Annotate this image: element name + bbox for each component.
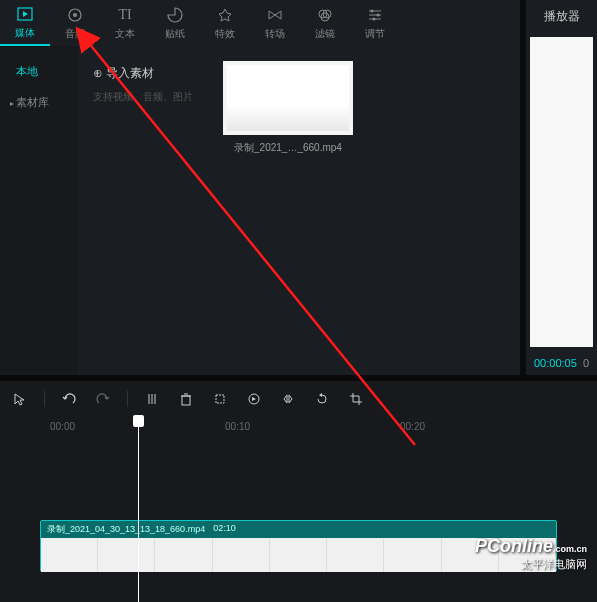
svg-point-11 bbox=[373, 18, 376, 21]
undo-button[interactable] bbox=[59, 389, 79, 409]
svg-point-9 bbox=[377, 14, 380, 17]
playhead[interactable] bbox=[138, 417, 139, 602]
player-panel: 播放器 00:00:05 0 bbox=[526, 0, 597, 375]
media-filename: 录制_2021_…_660.mp4 bbox=[223, 141, 353, 155]
sidebar-item-library[interactable]: ▸素材库 bbox=[0, 87, 78, 118]
tab-text[interactable]: TI 文本 bbox=[100, 0, 150, 46]
svg-point-2 bbox=[73, 13, 77, 17]
timeline-ruler[interactable]: 00:00 00:10 00:20 bbox=[0, 417, 597, 441]
tab-effect[interactable]: 特效 bbox=[200, 0, 250, 46]
crop-tool[interactable] bbox=[210, 389, 230, 409]
tab-audio[interactable]: 音频 bbox=[50, 0, 100, 46]
clip-filename: 录制_2021_04_30_13_13_18_660.mp4 bbox=[47, 523, 205, 536]
svg-point-7 bbox=[371, 10, 374, 13]
mirror-button[interactable] bbox=[278, 389, 298, 409]
rotate-button[interactable] bbox=[312, 389, 332, 409]
tab-adjust[interactable]: 调节 bbox=[350, 0, 400, 46]
split-button[interactable] bbox=[142, 389, 162, 409]
player-current-time: 00:00:05 bbox=[534, 357, 577, 369]
filter-icon bbox=[317, 5, 333, 25]
tab-transition[interactable]: 转场 bbox=[250, 0, 300, 46]
audio-icon bbox=[67, 5, 83, 25]
select-tool[interactable] bbox=[10, 389, 30, 409]
tab-media[interactable]: 媒体 bbox=[0, 0, 50, 46]
player-timecode: 00:00:05 0 bbox=[526, 351, 597, 375]
ruler-tick: 00:10 bbox=[225, 421, 250, 432]
text-icon: TI bbox=[118, 5, 131, 25]
tab-filter[interactable]: 滤镜 bbox=[300, 0, 350, 46]
media-area: ⊕ 导入素材 支持视频、音频、图片 录制_2021_…_660.mp4 bbox=[78, 46, 520, 375]
redo-button[interactable] bbox=[93, 389, 113, 409]
sticker-icon bbox=[167, 5, 183, 25]
play-box-icon bbox=[17, 4, 33, 24]
import-box[interactable]: ⊕ 导入素材 支持视频、音频、图片 bbox=[93, 61, 203, 104]
speed-button[interactable] bbox=[244, 389, 264, 409]
adjust-icon bbox=[367, 5, 383, 25]
delete-button[interactable] bbox=[176, 389, 196, 409]
transition-icon bbox=[267, 5, 283, 25]
player-total-time: 0 bbox=[583, 357, 589, 369]
clip-duration: 02:10 bbox=[213, 523, 236, 536]
media-item[interactable]: 录制_2021_…_660.mp4 bbox=[223, 61, 353, 155]
timeline-toolbar bbox=[0, 381, 597, 417]
tab-sticker[interactable]: 贴纸 bbox=[150, 0, 200, 46]
player-title: 播放器 bbox=[526, 0, 597, 33]
svg-rect-18 bbox=[216, 395, 224, 403]
import-button[interactable]: ⊕ 导入素材 bbox=[93, 61, 203, 86]
effect-icon bbox=[217, 5, 233, 25]
player-viewport[interactable] bbox=[530, 37, 593, 347]
top-tabbar: 媒体 音频 TI 文本 贴纸 特效 bbox=[0, 0, 520, 46]
ruler-tick: 00:20 bbox=[400, 421, 425, 432]
svg-rect-15 bbox=[182, 396, 190, 405]
sidebar-item-local[interactable]: 本地 bbox=[0, 56, 78, 87]
import-hint: 支持视频、音频、图片 bbox=[93, 90, 203, 104]
ruler-tick: 00:00 bbox=[50, 421, 75, 432]
timeline-tracks[interactable]: 录制_2021_04_30_13_13_18_660.mp4 02:10 bbox=[0, 441, 597, 602]
media-thumbnail[interactable] bbox=[223, 61, 353, 135]
watermark: PConline.com.cn 太平洋电脑网 bbox=[475, 536, 587, 572]
sidebar: 本地 ▸素材库 bbox=[0, 46, 78, 375]
crop-button[interactable] bbox=[346, 389, 366, 409]
